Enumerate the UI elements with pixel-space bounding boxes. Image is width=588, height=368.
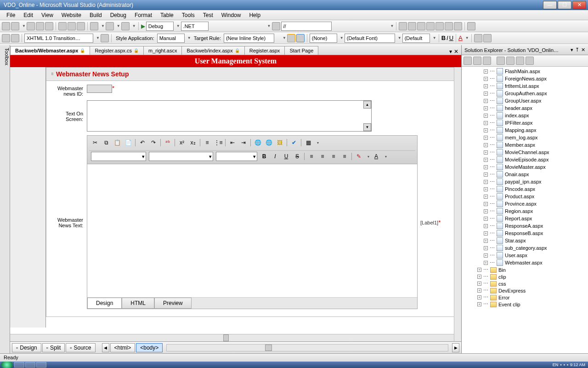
- tb-extra4-icon[interactable]: [426, 22, 435, 30]
- css-b-icon[interactable]: [11, 34, 19, 42]
- undo-icon[interactable]: [90, 22, 98, 30]
- menu-tools[interactable]: Tools: [178, 11, 198, 19]
- target-rule-combo[interactable]: (New Inline Style): [224, 34, 274, 43]
- start-debug-icon[interactable]: ▶: [141, 23, 145, 29]
- toolbar-formatting: XHTML 1.0 Transition…▼ Style Application…: [0, 32, 588, 44]
- size-combo[interactable]: (Default: [402, 34, 430, 43]
- target-rule-label: Target Rule:: [192, 35, 223, 41]
- minimize-button[interactable]: —: [543, 1, 557, 9]
- tb-extra7-icon[interactable]: [454, 22, 462, 30]
- style-opt2-icon[interactable]: [296, 34, 305, 42]
- tb-extra2-icon[interactable]: [408, 22, 416, 30]
- style-opt1-icon[interactable]: [287, 34, 295, 42]
- close-button[interactable]: ✕: [572, 1, 586, 9]
- copy-icon[interactable]: [68, 22, 76, 30]
- titlebar: VDO_Online - Microsoft Visual Studio (Ad…: [0, 0, 588, 10]
- redo-icon[interactable]: [106, 22, 114, 30]
- tb-extra6-icon[interactable]: [445, 22, 453, 30]
- validate-icon[interactable]: [101, 34, 109, 42]
- italic-button[interactable]: I: [447, 34, 448, 41]
- config-combo[interactable]: Debug: [146, 22, 174, 31]
- nav-back-icon[interactable]: [121, 22, 130, 30]
- menu-edit[interactable]: Edit: [20, 11, 37, 19]
- open-icon[interactable]: [27, 22, 35, 30]
- style-app-label: Style Application:: [114, 35, 156, 41]
- save-icon[interactable]: [36, 22, 44, 30]
- new-website-icon[interactable]: [11, 22, 19, 30]
- list-button[interactable]: [474, 34, 482, 42]
- tb-extra3-icon[interactable]: [417, 22, 425, 30]
- menu-view[interactable]: View: [38, 11, 57, 19]
- css-a-icon[interactable]: [2, 34, 10, 42]
- maximize-button[interactable]: ☐: [558, 1, 571, 9]
- cut-icon[interactable]: [58, 22, 67, 30]
- menu-help[interactable]: Help: [245, 11, 264, 19]
- paste-icon[interactable]: [77, 22, 85, 30]
- tb-extra8-icon[interactable]: [467, 22, 475, 30]
- css-class-combo[interactable]: (None): [310, 34, 337, 43]
- menu-debug[interactable]: Debug: [107, 11, 130, 19]
- menu-build[interactable]: Build: [86, 11, 106, 19]
- doctype-combo[interactable]: XHTML 1.0 Transition…: [24, 34, 93, 43]
- menu-file[interactable]: File: [3, 11, 19, 19]
- window-title: VDO_Online - Microsoft Visual Studio (Ad…: [4, 2, 543, 8]
- list2-button[interactable]: [483, 34, 492, 42]
- menubar: FileEditViewWebsiteBuildDebugFormatTable…: [0, 10, 588, 20]
- menu-website[interactable]: Website: [58, 11, 85, 19]
- bold-button[interactable]: B: [441, 34, 446, 41]
- underline-button[interactable]: U: [449, 34, 453, 41]
- tb-extra5-icon[interactable]: [435, 22, 444, 30]
- platform-combo[interactable]: .NET: [181, 22, 209, 31]
- save-all-icon[interactable]: [45, 22, 53, 30]
- menu-format[interactable]: Format: [131, 11, 156, 19]
- menu-test[interactable]: Test: [199, 11, 217, 19]
- toolbar-standard: ▼ ▼ ▼ ▼ ▶ Debug▼ .NET ▼ // ▼: [0, 20, 588, 32]
- find-icon[interactable]: [272, 22, 280, 30]
- font-combo[interactable]: (Default Font): [345, 34, 395, 43]
- menu-table[interactable]: Table: [157, 11, 177, 19]
- tb-extra1-icon[interactable]: [399, 22, 407, 30]
- style-app-combo[interactable]: Manual: [157, 34, 185, 43]
- new-project-icon[interactable]: [2, 22, 10, 30]
- menu-window[interactable]: Window: [218, 11, 245, 19]
- search-combo[interactable]: //: [281, 22, 332, 31]
- font-color-button[interactable]: A: [458, 34, 463, 41]
